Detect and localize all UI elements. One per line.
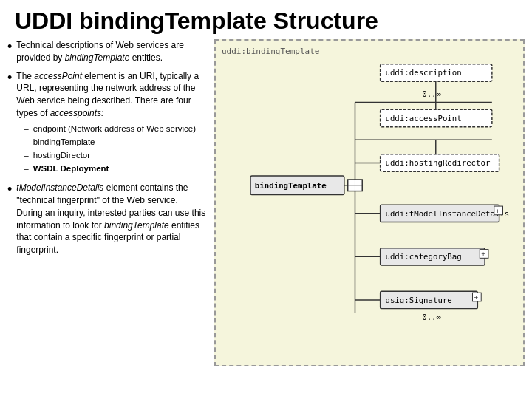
uml-diagram: uddi:description 0..∞ uddi:accessPoint b… xyxy=(222,61,517,356)
dash-4: – xyxy=(24,163,28,174)
sub-item-3: – hostingDirector xyxy=(24,149,207,161)
svg-text:uddi:tModelInstanceDetails: uddi:tModelInstanceDetails xyxy=(385,209,509,219)
diagram-title: uddi:bindingTemplate xyxy=(222,47,517,56)
svg-text:+: + xyxy=(474,293,478,301)
sub-item-2: – bindingTemplate xyxy=(24,136,207,148)
svg-text:uddi:accessPoint: uddi:accessPoint xyxy=(385,114,461,123)
sub-list: – endpoint (Network address of Web servi… xyxy=(24,123,207,174)
svg-text:+: + xyxy=(496,207,500,215)
left-panel: • Technical descriptions of Web services… xyxy=(7,39,207,366)
sub-item-1: – endpoint (Network address of Web servi… xyxy=(24,123,207,134)
sub-text-2: bindingTemplate xyxy=(33,136,95,148)
svg-text:0..∞: 0..∞ xyxy=(422,89,441,99)
bullet-1: • Technical descriptions of Web services… xyxy=(7,39,207,64)
bullet-text-1: Technical descriptions of Web services a… xyxy=(16,39,207,64)
sub-text-4: WSDL Deployment xyxy=(33,163,109,174)
svg-text:+: + xyxy=(481,250,485,258)
bullet-2: • The accessPoint element is an URI, typ… xyxy=(7,70,207,177)
diagram-panel: uddi:bindingTemplate uddi:description 0.… xyxy=(214,39,525,366)
bullet-text-3: tModelInstanceDetails element contains t… xyxy=(16,182,207,256)
bullet-3: • tModelInstanceDetails element contains… xyxy=(7,182,207,256)
svg-text:0..∞: 0..∞ xyxy=(422,313,441,322)
svg-text:uddi:hostingRedirector: uddi:hostingRedirector xyxy=(385,158,491,168)
dash-3: – xyxy=(24,149,28,161)
bullet-dot-1: • xyxy=(7,40,12,64)
svg-text:dsig:Signature: dsig:Signature xyxy=(385,296,451,305)
dash-1: – xyxy=(24,123,28,134)
sub-text-1: endpoint (Network address of Web service… xyxy=(33,123,196,134)
svg-text:uddi:categoryBag: uddi:categoryBag xyxy=(385,252,461,262)
sub-item-4: – WSDL Deployment xyxy=(24,163,207,174)
bullet-dot-2: • xyxy=(7,71,12,177)
bullet-text-2: The accessPoint element is an URI, typic… xyxy=(16,70,207,177)
bullet-dot-3: • xyxy=(7,183,12,256)
sub-text-3: hostingDirector xyxy=(33,149,90,161)
svg-text:uddi:description: uddi:description xyxy=(385,68,461,78)
dash-2: – xyxy=(24,136,28,148)
page-title: UDDI bindingTemplate Structure xyxy=(0,0,532,39)
svg-text:bindingTemplate: bindingTemplate xyxy=(255,181,327,191)
